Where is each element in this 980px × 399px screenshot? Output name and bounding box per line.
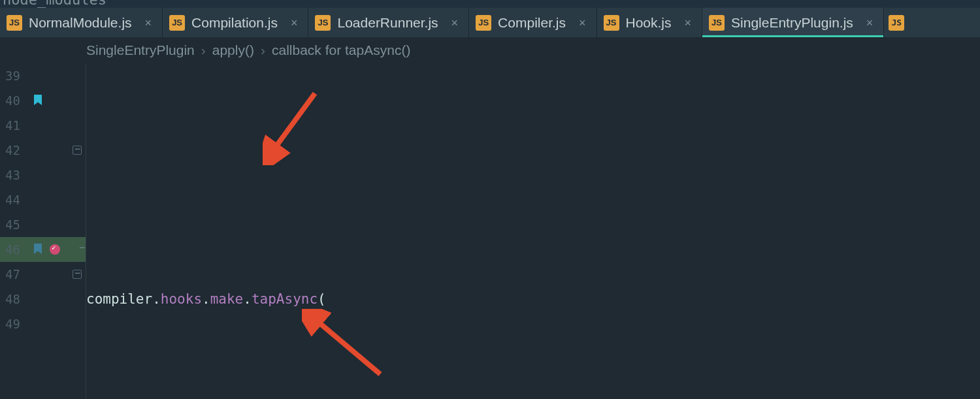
tab-singleentryplugin[interactable]: JS SingleEntryPlugin.js × bbox=[702, 8, 884, 37]
crumb-callback[interactable]: callback for tapAsync() bbox=[272, 42, 410, 58]
tab-overflow[interactable]: JS bbox=[884, 8, 909, 37]
gutter: 39 40 41 42 43 44 45 46 47 bbox=[0, 63, 86, 399]
chevron-right-icon: › bbox=[201, 42, 206, 58]
token: ( bbox=[318, 287, 326, 311]
gutter-line[interactable]: 43 bbox=[0, 163, 86, 187]
svg-line-1 bbox=[314, 318, 380, 374]
line-number: 49 bbox=[5, 317, 27, 331]
gutter-line[interactable]: 48 bbox=[0, 287, 86, 311]
gutter-line[interactable]: 46 bbox=[0, 237, 86, 262]
line-number: 45 bbox=[5, 217, 27, 232]
line-number: 43 bbox=[5, 168, 27, 182]
crumb-method[interactable]: apply() bbox=[212, 42, 254, 58]
line-number: 42 bbox=[5, 143, 27, 157]
tab-label: LoaderRunner.js bbox=[337, 15, 438, 31]
editor: 39 40 41 42 43 44 45 46 47 bbox=[0, 63, 980, 399]
code-line[interactable] bbox=[86, 163, 980, 187]
code-area[interactable]: compiler.hooks.make.tapAsync( "SingleEnt… bbox=[86, 63, 980, 399]
close-icon[interactable]: × bbox=[291, 17, 298, 29]
close-icon[interactable]: × bbox=[145, 17, 152, 29]
js-file-icon: JS bbox=[889, 15, 904, 31]
js-file-icon: JS bbox=[709, 15, 725, 31]
line-number: 47 bbox=[5, 267, 27, 281]
tab-label: NormalModule.js bbox=[29, 15, 132, 31]
fold-icon[interactable] bbox=[73, 146, 82, 155]
js-file-icon: JS bbox=[315, 15, 331, 31]
gutter-line[interactable]: 49 bbox=[0, 311, 86, 336]
tab-label: Compiler.js bbox=[498, 15, 566, 31]
fold-icon[interactable] bbox=[73, 270, 82, 279]
tab-hook[interactable]: JS Hook.js × bbox=[597, 8, 703, 37]
line-number: 48 bbox=[5, 292, 27, 306]
line-number: 46 bbox=[5, 242, 27, 257]
fold-icon[interactable] bbox=[78, 245, 87, 254]
bookmark-icon[interactable] bbox=[34, 95, 42, 105]
js-file-icon: JS bbox=[169, 15, 185, 31]
tab-bar: JS NormalModule.js × JS Compilation.js ×… bbox=[0, 8, 980, 37]
js-file-icon: JS bbox=[604, 15, 619, 31]
token: . bbox=[243, 287, 252, 311]
crumb-seg: node_modules bbox=[3, 0, 106, 8]
token: . bbox=[152, 287, 161, 311]
bookmark-icon[interactable] bbox=[34, 244, 42, 254]
token: make bbox=[210, 287, 244, 311]
line-number: 41 bbox=[5, 118, 27, 133]
close-icon[interactable]: × bbox=[685, 17, 692, 29]
gutter-line[interactable]: 39 bbox=[0, 63, 86, 88]
tab-label: Compilation.js bbox=[191, 15, 278, 31]
tab-label: SingleEntryPlugin.js bbox=[731, 15, 853, 31]
path-breadcrumb: node_modules bbox=[0, 0, 980, 8]
js-file-icon: JS bbox=[7, 15, 22, 31]
tab-label: Hook.js bbox=[626, 15, 672, 31]
tab-loaderrunner[interactable]: JS LoaderRunner.js × bbox=[308, 8, 469, 37]
breakpoint-hit-icon[interactable] bbox=[50, 244, 60, 255]
token: hooks bbox=[161, 287, 202, 311]
js-file-icon: JS bbox=[476, 15, 491, 31]
line-number: 39 bbox=[5, 69, 27, 83]
tab-compilation[interactable]: JS Compilation.js × bbox=[163, 8, 308, 37]
svg-line-0 bbox=[272, 93, 315, 152]
token: tapAsync bbox=[252, 287, 318, 311]
crumb-class[interactable]: SingleEntryPlugin bbox=[86, 42, 195, 58]
token: compiler bbox=[86, 287, 152, 311]
gutter-line[interactable]: 41 bbox=[0, 113, 86, 138]
code-line[interactable]: compiler.hooks.make.tapAsync( bbox=[86, 287, 980, 311]
scope-breadcrumb: SingleEntryPlugin › apply() › callback f… bbox=[0, 37, 980, 63]
close-icon[interactable]: × bbox=[451, 17, 459, 29]
annotation-arrow bbox=[302, 259, 393, 399]
chevron-right-icon: › bbox=[261, 42, 265, 58]
close-icon[interactable]: × bbox=[866, 17, 874, 29]
annotation-arrow bbox=[263, 63, 321, 215]
line-number: 40 bbox=[5, 93, 27, 108]
close-icon[interactable]: × bbox=[579, 17, 586, 29]
gutter-line[interactable]: 40 bbox=[0, 88, 86, 113]
tab-compiler[interactable]: JS Compiler.js × bbox=[469, 8, 596, 37]
gutter-line[interactable]: 45 bbox=[0, 212, 86, 237]
gutter-line[interactable]: 42 bbox=[0, 138, 86, 163]
gutter-line[interactable]: 44 bbox=[0, 187, 86, 212]
line-number: 44 bbox=[5, 193, 27, 207]
gutter-line[interactable]: 47 bbox=[0, 262, 86, 287]
tab-normalmodule[interactable]: JS NormalModule.js × bbox=[0, 8, 163, 37]
token: . bbox=[202, 287, 210, 311]
